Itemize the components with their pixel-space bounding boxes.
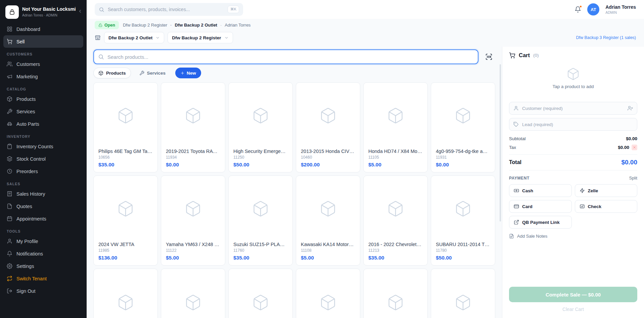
package-icon bbox=[387, 294, 404, 311]
product-sku: 11934 bbox=[166, 155, 220, 160]
sidebar-item-quotes[interactable]: Quotes bbox=[3, 200, 83, 212]
scrollbar[interactable] bbox=[500, 64, 501, 222]
sidebar-item-services[interactable]: Services bbox=[3, 105, 83, 118]
product-card[interactable]: Kawasaki KA14 Motorcycle ... 11108 $5.00 bbox=[296, 175, 360, 266]
product-sku: 11122 bbox=[166, 248, 220, 253]
sidebar-item-label: My Profile bbox=[16, 239, 38, 244]
product-sku: 11250 bbox=[233, 155, 288, 160]
split-payment-link[interactable]: Split bbox=[629, 176, 637, 181]
complete-sale-button[interactable]: Complete Sale — $0.00 bbox=[509, 287, 637, 302]
tax-remove-button[interactable] bbox=[632, 145, 637, 150]
customer-input[interactable] bbox=[522, 106, 624, 111]
cart-count: (0) bbox=[533, 53, 539, 58]
sidebar-item-auto-parts[interactable]: Auto Parts bbox=[3, 118, 83, 130]
sidebar-item-settings[interactable]: Settings bbox=[3, 260, 83, 272]
sidebar-collapse-icon[interactable] bbox=[78, 9, 83, 14]
product-card[interactable] bbox=[161, 269, 225, 318]
search-shortcut-badge: ⌘K bbox=[228, 6, 239, 13]
product-price: $5.00 bbox=[368, 162, 423, 168]
product-card[interactable] bbox=[93, 269, 158, 318]
chevron-down-icon bbox=[224, 36, 229, 40]
product-card[interactable]: Philips 46E Tag GM Tag (W... 10656 $35.0… bbox=[93, 82, 158, 172]
product-sku: 11985 bbox=[98, 248, 153, 253]
payment-card-button[interactable]: Card bbox=[509, 200, 572, 213]
product-card[interactable]: 2019-2021 Toyota RAV4 Hy... 11934 $0.00 bbox=[161, 82, 225, 172]
sidebar-item-sell[interactable]: Sell bbox=[3, 35, 83, 48]
add-sale-notes-button[interactable]: Add Sale Notes bbox=[509, 234, 637, 239]
tab-products[interactable]: Products bbox=[93, 68, 131, 78]
payment-zelle-button[interactable]: Zelle bbox=[575, 184, 638, 197]
cart-empty-text: Tap a product to add bbox=[552, 84, 594, 89]
product-sku: 11780 bbox=[436, 248, 490, 253]
barcode-scan-button[interactable] bbox=[482, 50, 495, 63]
notifications-bell-button[interactable] bbox=[574, 6, 581, 13]
sidebar-item-marketing[interactable]: Marketing bbox=[3, 70, 83, 83]
payment-check-button[interactable]: Check bbox=[575, 200, 638, 213]
gear-icon bbox=[7, 263, 12, 269]
sidebar-item-switch-tenant[interactable]: Switch Tenant bbox=[3, 272, 83, 285]
lead-input[interactable] bbox=[522, 122, 633, 127]
product-card[interactable] bbox=[296, 269, 360, 318]
wrench-icon bbox=[139, 71, 144, 76]
product-card[interactable]: High Security Emergency K... 11250 $50.0… bbox=[228, 82, 293, 172]
package-icon bbox=[319, 294, 337, 311]
product-card[interactable] bbox=[228, 269, 293, 318]
product-sku: 11760 bbox=[233, 248, 288, 253]
product-search-input[interactable] bbox=[107, 54, 474, 60]
search-icon bbox=[99, 7, 104, 12]
outlet-select[interactable]: Dfw Backup 2 Outlet bbox=[104, 32, 164, 43]
sidebar-item-my-profile[interactable]: My Profile bbox=[3, 235, 83, 247]
tax-value: $0.00 bbox=[618, 145, 629, 150]
payment-cash-button[interactable]: Cash bbox=[509, 184, 572, 197]
other-register-link[interactable]: Dfw Backup 3 Register (1 sales) bbox=[576, 35, 636, 40]
product-card[interactable]: 2024 VW JETTA 11985 $136.00 bbox=[93, 175, 158, 266]
tenant-subtitle: Adrian Torres · ADMIN bbox=[22, 13, 76, 17]
sidebar-item-sales-history[interactable]: Sales History bbox=[3, 188, 83, 200]
product-card[interactable]: 2016 - 2022 Chevrolet Eme... 11213 $35.0… bbox=[363, 175, 428, 266]
clear-cart-button[interactable]: Clear Cart bbox=[509, 307, 637, 312]
register-select[interactable]: Dfw Backup 2 Register bbox=[168, 32, 233, 43]
product-name: Philips 46E Tag GM Tag (W... bbox=[98, 149, 153, 154]
product-card[interactable]: Honda HD74 / X84 Motorcy... 11105 $5.00 bbox=[363, 82, 428, 172]
tag-icon bbox=[513, 122, 519, 127]
sidebar-section-sales: SALES bbox=[3, 177, 83, 188]
product-card[interactable]: Suzuki SUZ15-P PLASTIC H... 11760 $35.00 bbox=[228, 175, 293, 266]
new-product-button[interactable]: New bbox=[175, 68, 201, 78]
sidebar-section-customers: CUSTOMERS bbox=[3, 48, 83, 58]
cart-title: Cart bbox=[519, 52, 530, 58]
product-card[interactable]: 4g0-959-754-dg-tke audi k... 11931 $0.00 bbox=[431, 82, 495, 172]
sidebar-item-preorders[interactable]: Preorders bbox=[3, 165, 83, 177]
sidebar-item-products[interactable]: Products bbox=[3, 93, 83, 105]
sidebar-item-stock-control[interactable]: Stock Control bbox=[3, 153, 83, 165]
logout-icon bbox=[7, 288, 12, 294]
add-customer-icon[interactable] bbox=[628, 106, 633, 111]
sidebar-item-customers[interactable]: Customers bbox=[3, 58, 83, 70]
sidebar-item-appointments[interactable]: Appointments bbox=[3, 212, 83, 225]
package-icon bbox=[387, 200, 404, 217]
product-card[interactable]: 2013-2015 Honda CIVIC / A... 10460 $200.… bbox=[296, 82, 360, 172]
sidebar-item-label: Inventory Counts bbox=[16, 144, 53, 149]
product-card[interactable]: Yamaha YM63 / X248 Moto... 11122 $5.00 bbox=[161, 175, 225, 266]
package-icon bbox=[184, 107, 202, 124]
sidebar-section-tools: TOOLS bbox=[3, 225, 83, 235]
sidebar-item-notifications[interactable]: Notifications bbox=[3, 247, 83, 260]
global-search-input[interactable] bbox=[108, 7, 224, 12]
avatar[interactable]: AT bbox=[587, 3, 599, 15]
banknote-icon bbox=[514, 188, 519, 193]
bell-icon bbox=[7, 251, 12, 256]
sidebar-item-inventory-counts[interactable]: Inventory Counts bbox=[3, 140, 83, 153]
product-card[interactable] bbox=[431, 269, 495, 318]
payment-qb-link-button[interactable]: QB Payment Link bbox=[509, 216, 572, 229]
sidebar-item-sign-out[interactable]: Sign Out bbox=[3, 285, 83, 297]
package-icon bbox=[184, 294, 202, 311]
product-price: $50.00 bbox=[436, 255, 490, 261]
product-name: SUBARU 2011-2014 TRANS... bbox=[436, 242, 490, 247]
customer-field bbox=[509, 102, 637, 115]
sidebar-item-dashboard[interactable]: Dashboard bbox=[3, 23, 83, 35]
product-card[interactable]: SUBARU 2011-2014 TRANS... 11780 $50.00 bbox=[431, 175, 495, 266]
payment-methods: Cash Zelle Card Check QB Payment Link bbox=[509, 184, 637, 229]
package-icon bbox=[117, 294, 134, 311]
tab-services[interactable]: Services bbox=[134, 68, 171, 78]
product-card[interactable] bbox=[363, 269, 428, 318]
package-icon bbox=[566, 67, 580, 81]
